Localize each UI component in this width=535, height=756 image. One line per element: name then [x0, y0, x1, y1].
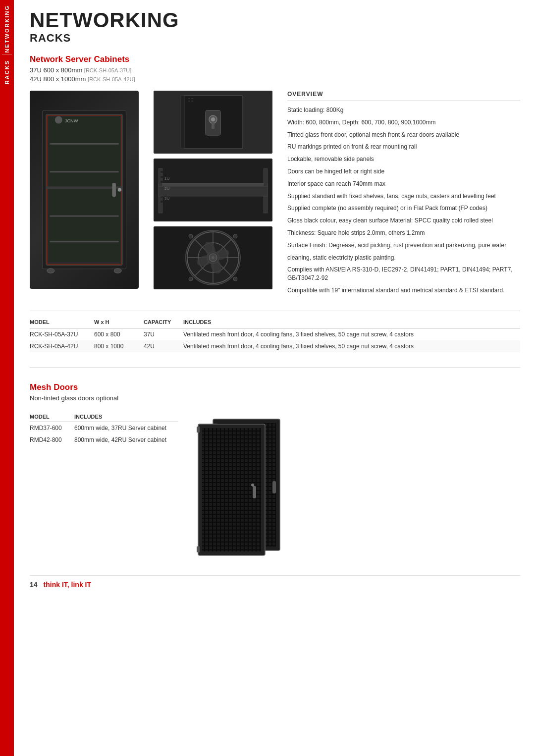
cell-includes: Ventilated mesh front door, 4 cooling fa…	[183, 340, 520, 352]
mesh-cell-includes: 600mm wide, 37RU Server cabinet	[74, 422, 178, 434]
cell-capacity: 42U	[144, 340, 183, 352]
product-detail-images: 1U 2U 3U	[154, 91, 272, 299]
svg-rect-28	[159, 183, 268, 186]
overview-item: Tinted glass front door, optional mesh f…	[287, 131, 520, 139]
network-cabinets-section: Network Server Cabinets 37U 600 x 800mm …	[30, 54, 520, 352]
fan-detail-svg	[154, 226, 272, 289]
svg-rect-6	[50, 143, 118, 145]
svg-rect-25	[188, 101, 190, 102]
overview-item: Compatible with 19" international standa…	[287, 286, 520, 295]
overview-title: OVERVIEW	[287, 91, 520, 101]
svg-rect-33	[160, 181, 163, 183]
overview-item: Gloss black colour, easy clean surface M…	[287, 216, 520, 225]
overview-item: Complies with ANSI/EIA RS-310-D, IEC297-…	[287, 266, 520, 282]
specs-table-section: MODEL W x H CAPACITY INCLUDES RCK-SH-05A…	[30, 311, 520, 352]
overview-item: Supplied standard with fixed shelves, fa…	[287, 192, 520, 201]
overview-item: Static loading: 800Kg	[287, 106, 520, 114]
svg-rect-3	[49, 116, 120, 186]
table-row: RCK-SH-05A-37U 600 x 800 37U Ventilated …	[30, 328, 520, 340]
model2-label: 42U 800 x 1000mm [RCK-SH-05A-42U]	[30, 75, 520, 83]
mesh-cell-model: RMD42-800	[30, 434, 74, 446]
cell-model: RCK-SH-05A-42U	[30, 340, 94, 352]
svg-rect-69	[253, 486, 256, 498]
mesh-table: MODEL INCLUDES RMD37-600 600mm wide, 37R…	[30, 412, 178, 446]
mesh-door-svg	[193, 412, 297, 560]
detail-img-fan	[154, 226, 272, 289]
detail-img-lock	[154, 91, 272, 154]
mesh-doors-title: Mesh Doors	[30, 382, 520, 392]
page-footer: 14 think IT, link IT	[30, 575, 520, 589]
svg-rect-8	[50, 216, 118, 217]
overview-item: Surface Finish: Degrease, acid pickling,…	[287, 241, 520, 250]
network-cabinets-title: Network Server Cabinets	[30, 54, 520, 64]
mesh-col-includes: INCLUDES	[74, 412, 178, 422]
cabinet-main-photo: JCNW	[30, 91, 139, 289]
svg-rect-37	[159, 186, 268, 196]
overview-item: Interior space can reach 740mm max	[287, 180, 520, 188]
sidebar-divider	[2, 54, 12, 55]
svg-point-58	[189, 277, 193, 281]
mesh-cell-includes: 800mm wide, 42RU Server cabinet	[74, 434, 178, 446]
svg-text:1U: 1U	[164, 176, 169, 181]
mesh-cell-model: RMD37-600	[30, 422, 74, 434]
detail-img-shelf: 1U 2U 3U	[154, 159, 272, 221]
svg-point-15	[114, 269, 121, 273]
svg-point-13	[118, 188, 122, 192]
sidebar-racks-label: RACKS	[4, 60, 10, 84]
mesh-section: MODEL INCLUDES RMD37-600 600mm wide, 37R…	[30, 407, 520, 560]
cell-model: RCK-SH-05A-37U	[30, 328, 94, 340]
mesh-door-image	[193, 407, 297, 560]
lock-detail-svg	[154, 91, 272, 154]
mesh-tbody: RMD37-600 600mm wide, 37RU Server cabine…	[30, 422, 178, 446]
cell-wh: 600 x 800	[94, 328, 144, 340]
sidebar-networking-label: NETWORKING	[4, 5, 10, 53]
cell-wh: 800 x 1000	[94, 340, 144, 352]
svg-rect-21	[212, 123, 214, 129]
overview-item: Thickness: Square hole strips 2.0mm, oth…	[287, 229, 520, 237]
table-row: RCK-SH-05A-42U 800 x 1000 42U Ventilated…	[30, 340, 520, 352]
mesh-col-model: MODEL	[30, 412, 74, 422]
svg-rect-24	[191, 98, 193, 99]
list-item: RMD42-800 800mm wide, 42RU Server cabine…	[30, 434, 178, 446]
overview-item: Width: 600, 800mm, Depth: 600, 700, 800,…	[287, 118, 520, 127]
overview-items: Static loading: 800KgWidth: 600, 800mm, …	[287, 106, 520, 295]
overview-item: Lockable, removable side panels	[287, 155, 520, 163]
page-subtitle: RACKS	[30, 32, 520, 45]
svg-point-20	[211, 117, 215, 121]
svg-rect-26	[191, 101, 193, 102]
overview-section: OVERVIEW Static loading: 800KgWidth: 600…	[282, 91, 520, 299]
specs-table: MODEL W x H CAPACITY INCLUDES RCK-SH-05A…	[30, 317, 520, 352]
overview-item: Supplied complete (no assembly required)…	[287, 204, 520, 213]
svg-rect-72	[197, 546, 200, 552]
main-content: NETWORKING RACKS Network Server Cabinets…	[15, 0, 535, 603]
svg-rect-68	[202, 428, 261, 551]
cabinet-svg: JCNW	[30, 97, 139, 283]
svg-rect-5	[46, 186, 122, 189]
col-includes: INCLUDES	[183, 317, 520, 328]
col-capacity: CAPACITY	[144, 317, 183, 328]
page-number: 14	[30, 581, 38, 589]
model1-label: 37U 600 x 800mm [RCK-SH-05A-37U]	[30, 66, 520, 74]
overview-item: Doors can be hinged left or right side	[287, 167, 520, 176]
svg-rect-32	[160, 176, 163, 178]
shelf-detail-svg: 1U 2U 3U	[154, 159, 272, 221]
svg-rect-31	[160, 171, 163, 173]
page-header: NETWORKING RACKS	[30, 10, 520, 45]
svg-point-55	[212, 256, 214, 259]
svg-rect-9	[50, 241, 118, 242]
svg-rect-71	[197, 427, 200, 432]
col-wh: W x H	[94, 317, 144, 328]
section-separator	[30, 367, 520, 368]
svg-rect-65	[272, 481, 276, 493]
sidebar: NETWORKING RACKS	[0, 0, 14, 756]
svg-point-56	[189, 234, 193, 238]
svg-rect-23	[188, 98, 190, 99]
mesh-doors-subtitle: Non-tinted glass doors optional	[30, 394, 520, 402]
cabinet-image-left: JCNW	[30, 91, 144, 299]
specs-tbody: RCK-SH-05A-37U 600 x 800 37U Ventilated …	[30, 328, 520, 352]
svg-point-57	[233, 234, 237, 238]
svg-rect-10	[112, 183, 116, 197]
page-title: NETWORKING	[30, 10, 520, 31]
product-section: JCNW	[30, 91, 520, 299]
cell-includes: Ventilated mesh front door, 4 cooling fa…	[183, 328, 520, 340]
